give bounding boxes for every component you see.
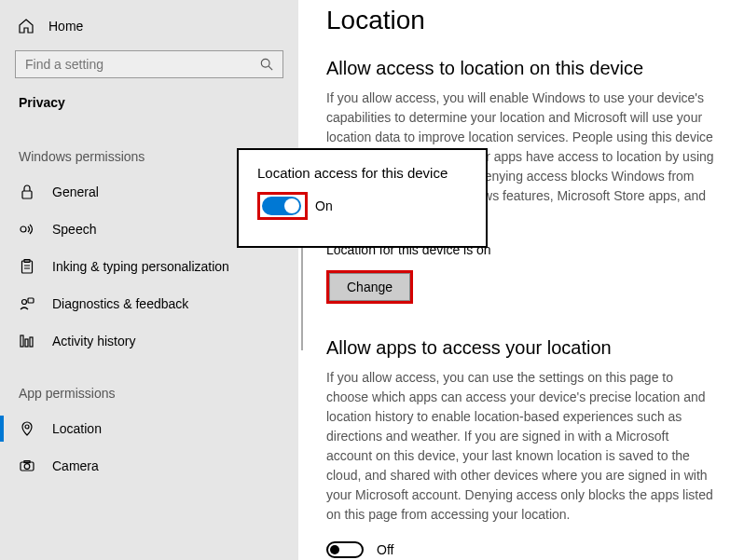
svg-rect-12 [30,337,33,347]
speech-icon [19,223,35,236]
svg-rect-9 [28,298,34,303]
group-app-permissions: App permissions [0,386,298,401]
svg-point-3 [21,226,26,232]
sidebar-item-label: Diagnostics & feedback [52,296,188,311]
svg-line-1 [269,66,272,70]
location-icon [19,421,35,436]
main-content: Location Allow access to location on thi… [298,0,744,560]
svg-point-8 [22,300,27,305]
sidebar-item-label: Activity history [52,334,135,348]
section2-body: If you allow access, you can use the set… [326,368,716,525]
sidebar-item-location[interactable]: Location [0,410,298,447]
scroll-indicator [301,239,303,350]
svg-point-15 [24,464,30,470]
search-wrap [0,41,298,88]
svg-point-0 [261,59,269,67]
apps-location-toggle-label: Off [377,542,393,557]
sidebar-item-inking[interactable]: Inking & typing personalization [0,248,298,285]
device-location-toggle-label: On [315,198,333,213]
section1-title: Allow access to location on this device [326,58,716,79]
camera-icon [19,460,35,471]
popup-title: Location access for this device [257,165,467,181]
search-icon [260,58,273,71]
svg-rect-11 [25,339,28,347]
sidebar-item-camera[interactable]: Camera [0,447,298,485]
sidebar-item-label: Speech [52,222,96,237]
location-access-popup: Location access for this device On [237,148,488,248]
lock-icon [19,184,35,199]
apps-location-toggle[interactable] [326,541,364,558]
device-location-toggle[interactable] [262,197,301,215]
sidebar-item-label: Location [52,421,102,436]
home-label: Home [48,19,83,34]
svg-rect-2 [22,191,32,198]
clipboard-icon [19,259,35,274]
sidebar: Home Privacy Windows permissions General… [0,0,298,560]
search-input-wrap[interactable] [15,50,283,78]
sidebar-item-label: Camera [52,458,99,473]
change-button[interactable]: Change [329,273,410,301]
sidebar-item-label: Inking & typing personalization [52,259,229,274]
home-icon [19,19,34,34]
apps-location-toggle-row: Off [326,541,716,558]
sidebar-item-diagnostics[interactable]: Diagnostics & feedback [0,285,298,322]
popup-toggle-highlight [257,192,308,220]
home-link[interactable]: Home [0,11,298,41]
feedback-icon [19,297,35,310]
history-icon [19,335,35,348]
sidebar-item-activity[interactable]: Activity history [0,322,298,360]
sidebar-item-label: General [52,184,99,199]
category-label: Privacy [0,88,298,123]
change-button-highlight: Change [326,270,413,304]
page-title: Location [326,6,716,35]
section2-title: Allow apps to access your location [326,337,716,359]
svg-rect-10 [21,335,23,347]
search-input[interactable] [25,57,260,72]
svg-point-13 [25,425,29,429]
